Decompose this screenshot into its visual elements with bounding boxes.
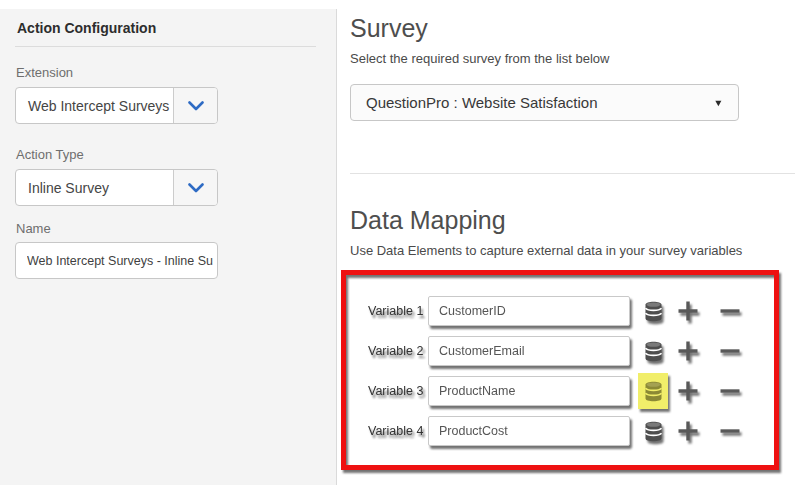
variable-1-input[interactable] bbox=[428, 296, 630, 326]
minus-icon[interactable] bbox=[718, 339, 742, 363]
survey-select-value: QuestionPro : Website Satisfaction bbox=[366, 94, 598, 111]
variable-4-input[interactable] bbox=[428, 416, 630, 446]
minus-icon[interactable] bbox=[718, 419, 742, 443]
minus-icon[interactable] bbox=[718, 299, 742, 323]
plus-icon[interactable] bbox=[676, 419, 700, 443]
minus-icon[interactable] bbox=[718, 379, 742, 403]
database-icon[interactable] bbox=[638, 293, 668, 329]
action-configuration-panel: Action Configuration Extension Web Inter… bbox=[0, 0, 337, 485]
annotation-red-box: Variable 1 Variable 2 bbox=[341, 270, 779, 470]
data-mapping-heading: Data Mapping bbox=[350, 206, 795, 235]
action-type-label: Action Type bbox=[16, 147, 321, 162]
variable-2-label: Variable 2 bbox=[368, 344, 424, 358]
variable-1-label: Variable 1 bbox=[368, 304, 424, 318]
data-mapping-subtitle: Use Data Elements to capture external da… bbox=[350, 243, 795, 258]
extension-dropdown[interactable]: Web Intercept Surveys bbox=[15, 87, 218, 124]
triangle-down-icon: ▼ bbox=[713, 98, 723, 108]
survey-subtitle: Select the required survey from the list… bbox=[350, 51, 795, 66]
survey-select[interactable]: QuestionPro : Website Satisfaction ▼ bbox=[350, 84, 739, 121]
mapping-row: Variable 2 bbox=[368, 336, 774, 366]
plus-icon[interactable] bbox=[676, 339, 700, 363]
chevron-down-icon bbox=[173, 170, 217, 205]
action-type-dropdown-value: Inline Survey bbox=[16, 170, 173, 205]
database-icon[interactable] bbox=[638, 333, 668, 369]
action-type-dropdown[interactable]: Inline Survey bbox=[15, 169, 218, 206]
title-divider bbox=[15, 46, 316, 47]
plus-icon[interactable] bbox=[676, 299, 700, 323]
database-icon[interactable] bbox=[638, 413, 668, 449]
chevron-down-icon bbox=[173, 88, 217, 123]
mapping-row: Variable 3 bbox=[368, 376, 774, 406]
configuration-detail-panel: Survey Select the required survey from t… bbox=[338, 0, 795, 485]
database-icon-highlighted[interactable] bbox=[638, 373, 668, 409]
name-input[interactable] bbox=[15, 242, 218, 279]
survey-heading: Survey bbox=[350, 14, 795, 43]
variable-3-input[interactable] bbox=[428, 376, 630, 406]
panel-title: Action Configuration bbox=[17, 20, 321, 36]
name-label: Name bbox=[16, 221, 321, 236]
extension-dropdown-value: Web Intercept Surveys bbox=[16, 88, 173, 123]
variable-3-label: Variable 3 bbox=[368, 384, 424, 398]
plus-icon[interactable] bbox=[676, 379, 700, 403]
section-divider bbox=[350, 173, 795, 174]
mapping-row: Variable 1 bbox=[368, 296, 774, 326]
variable-2-input[interactable] bbox=[428, 336, 630, 366]
mapping-row: Variable 4 bbox=[368, 416, 774, 446]
variable-4-label: Variable 4 bbox=[368, 424, 424, 438]
extension-label: Extension bbox=[16, 65, 321, 80]
top-strip bbox=[0, 0, 337, 9]
